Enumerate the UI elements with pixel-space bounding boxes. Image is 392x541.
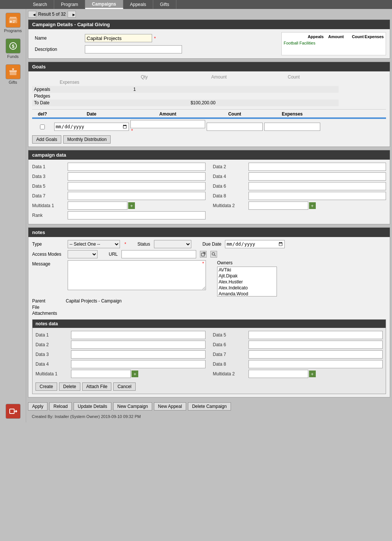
status-select[interactable] xyxy=(154,240,191,248)
delete-campaign-button[interactable]: Delete Campaign xyxy=(188,402,231,411)
multidata2-add-button[interactable]: + xyxy=(309,202,316,209)
nd2-input[interactable] xyxy=(71,341,206,349)
nd7-row: Data 7 xyxy=(213,350,383,359)
sidebar-item-logout[interactable] xyxy=(1,402,25,421)
delete-button[interactable]: Delete xyxy=(59,382,80,391)
prev-result-button[interactable]: ◄ xyxy=(28,11,36,18)
url-search-button[interactable] xyxy=(210,251,217,258)
next-result-button[interactable]: ► xyxy=(68,11,76,18)
ndm2-add-button[interactable]: + xyxy=(309,371,316,377)
sidebar-item-gifts[interactable]: Gifts xyxy=(1,62,25,86)
url-external-link-button[interactable] xyxy=(200,251,207,258)
description-label: Description xyxy=(35,47,57,52)
nav-search[interactable]: Search xyxy=(26,0,54,9)
data4-input[interactable] xyxy=(249,172,386,181)
reload-button[interactable]: Reload xyxy=(49,402,72,411)
add-goals-button[interactable]: Add Goals xyxy=(32,135,61,144)
appeals-col-header: Appeals xyxy=(284,34,324,39)
create-button[interactable]: Create xyxy=(36,382,57,391)
nd7-label: Data 7 xyxy=(213,352,247,357)
expenses-col-header: Expenses xyxy=(364,34,384,39)
access-modes-select[interactable] xyxy=(68,250,98,258)
ndm1-input[interactable] xyxy=(71,370,131,378)
nd1-input[interactable] xyxy=(71,331,206,339)
goals-input-row: * xyxy=(32,120,386,133)
url-input[interactable] xyxy=(121,250,196,258)
sidebar-item-programs[interactable]: Programs xyxy=(1,11,25,35)
ndm2-input[interactable] xyxy=(249,370,308,378)
parent-label: Parent xyxy=(32,298,64,304)
owner-item[interactable]: Alex.Hustler xyxy=(217,279,277,285)
ndm1-add-button[interactable]: + xyxy=(132,371,138,377)
notes-data-right: Data 5 Data 6 Data 7 xyxy=(213,331,383,379)
funds-label: Funds xyxy=(7,54,19,59)
owner-item[interactable]: Ajit.Dipak xyxy=(217,273,277,279)
rank-input[interactable] xyxy=(68,211,206,219)
data2-input[interactable] xyxy=(249,163,386,171)
nav-appeals[interactable]: Appeals xyxy=(123,0,153,9)
date-input[interactable] xyxy=(54,123,129,131)
new-campaign-button[interactable]: New Campaign xyxy=(113,402,152,411)
nd3-input[interactable] xyxy=(71,350,206,359)
cancel-button[interactable]: Cancel xyxy=(113,382,135,391)
goals-panel: Goals Qty Amount Count Expenses Appeals … xyxy=(28,62,390,147)
message-input-container: * xyxy=(68,260,206,291)
data7-input[interactable] xyxy=(68,192,206,200)
del-checkbox[interactable] xyxy=(40,125,45,129)
appeals-row-label: Appeals xyxy=(32,86,101,93)
owner-item[interactable]: AVTiki xyxy=(217,267,277,273)
attach-file-button[interactable]: Attach File xyxy=(82,382,112,391)
logout-icon xyxy=(6,404,21,419)
nav-campaigns[interactable]: Campaigns xyxy=(85,0,123,9)
owner-item[interactable]: Amanda.Wood xyxy=(217,291,277,296)
sidebar-item-funds[interactable]: $ Funds xyxy=(1,37,25,61)
due-date-input[interactable] xyxy=(225,240,285,248)
todate-expenses xyxy=(288,99,339,106)
ndm2-input-group: + xyxy=(249,370,316,378)
owner-item[interactable]: Alex.Indelicato xyxy=(217,285,277,291)
parent-row: Parent Capital Projects - Campaign xyxy=(32,298,386,304)
svg-text:$: $ xyxy=(12,43,15,49)
data3-input[interactable] xyxy=(68,172,206,181)
data6-input[interactable] xyxy=(249,182,386,190)
appeals-count xyxy=(238,86,288,93)
count-input[interactable] xyxy=(207,123,263,131)
nd5-input[interactable] xyxy=(249,331,383,339)
campaign-name-input[interactable] xyxy=(85,34,152,42)
nd4-input[interactable] xyxy=(71,360,206,368)
monthly-distribution-button[interactable]: Monthly Distribution xyxy=(63,135,111,144)
owners-list[interactable]: AVTikiAjit.DipakAlex.HustlerAlex.Indelic… xyxy=(217,267,277,296)
todate-count xyxy=(238,99,288,106)
data8-input[interactable] xyxy=(249,192,386,200)
nd6-input[interactable] xyxy=(249,341,383,349)
update-details-button[interactable]: Update Details xyxy=(74,402,111,411)
nav-gifts[interactable]: Gifts xyxy=(153,0,176,9)
qty-col: Qty xyxy=(107,74,182,80)
nd7-input[interactable] xyxy=(249,350,383,359)
count-col-header: Count xyxy=(344,34,364,39)
campaign-data-right: Data 2 Data 4 Data 6 Data 8 xyxy=(213,163,386,221)
message-textarea[interactable] xyxy=(68,260,206,290)
expenses-input[interactable] xyxy=(264,123,320,131)
amount-input[interactable] xyxy=(130,120,205,128)
nd1-row: Data 1 xyxy=(36,331,206,339)
nav-program[interactable]: Program xyxy=(54,0,85,9)
apply-button[interactable]: Apply xyxy=(28,402,47,411)
multidata1-input[interactable] xyxy=(68,202,127,210)
type-select[interactable]: -- Select One -- xyxy=(68,240,120,248)
data1-input[interactable] xyxy=(68,163,206,171)
name-label: Name xyxy=(35,36,47,41)
nd8-input[interactable] xyxy=(249,360,383,368)
multidata2-input[interactable] xyxy=(249,202,308,210)
goals-blue-bar xyxy=(32,117,386,119)
goals-input-section: del? Date Amount Count Expenses xyxy=(32,109,386,133)
data5-input[interactable] xyxy=(68,182,206,190)
new-appeal-button[interactable]: New Appeal xyxy=(154,402,186,411)
description-input[interactable] xyxy=(85,45,182,53)
football-facilities-link[interactable]: Football Facilities xyxy=(284,41,315,45)
multidata1-add-button[interactable]: + xyxy=(128,202,135,209)
del-header: del? xyxy=(32,111,53,117)
file-attachments-label: File Attachments xyxy=(32,305,64,316)
goals-buttons: Add Goals Monthly Distribution xyxy=(32,135,386,144)
date-input-container xyxy=(54,123,129,131)
